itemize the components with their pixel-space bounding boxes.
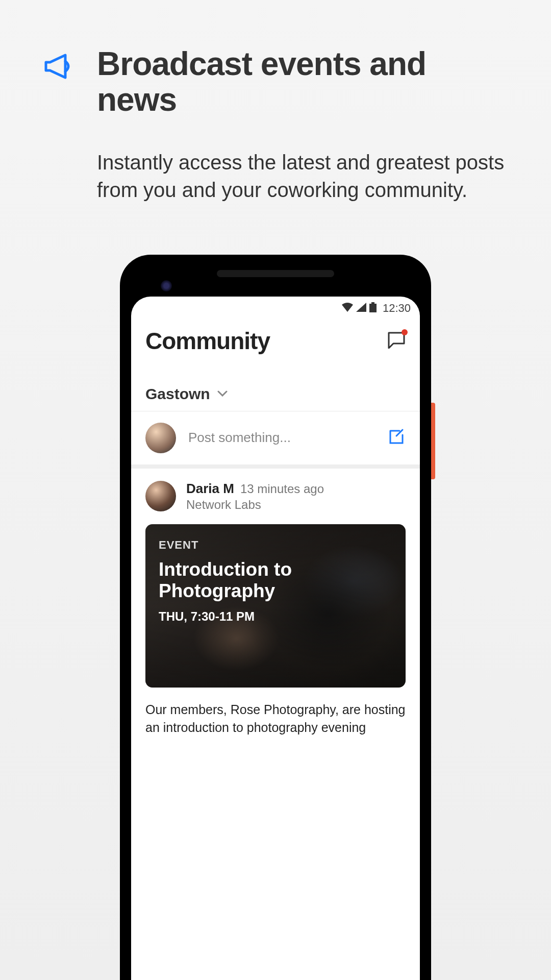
location-selector[interactable]: Gastown bbox=[131, 360, 420, 411]
phone-side-button bbox=[431, 403, 435, 479]
phone-screen: 12:30 Community Gastown Post something..… bbox=[131, 297, 420, 980]
screen-header: Community bbox=[131, 318, 420, 360]
post: Daria M 13 minutes ago Network Labs EVEN… bbox=[131, 469, 420, 737]
post-body: Our members, Rose Photography, are hosti… bbox=[145, 701, 406, 737]
status-time: 12:30 bbox=[383, 302, 411, 315]
signal-icon bbox=[356, 303, 366, 314]
phone-camera bbox=[161, 280, 172, 291]
post-time: 13 minutes ago bbox=[240, 482, 324, 496]
post-header: Daria M 13 minutes ago Network Labs bbox=[145, 481, 406, 512]
notification-dot bbox=[402, 329, 408, 335]
compose-placeholder: Post something... bbox=[188, 430, 375, 446]
phone-frame: 12:30 Community Gastown Post something..… bbox=[120, 255, 431, 980]
compose-icon[interactable] bbox=[387, 428, 406, 448]
event-badge: EVENT bbox=[159, 538, 392, 552]
location-name: Gastown bbox=[145, 385, 210, 403]
post-author[interactable]: Daria M bbox=[186, 481, 234, 497]
chevron-down-icon bbox=[217, 389, 228, 399]
phone-speaker bbox=[217, 270, 334, 277]
status-bar: 12:30 bbox=[131, 297, 420, 318]
battery-icon bbox=[369, 302, 377, 314]
post-author-avatar[interactable] bbox=[145, 481, 176, 511]
svg-rect-0 bbox=[371, 302, 374, 304]
hero-section: Broadcast events and news Instantly acce… bbox=[0, 0, 551, 234]
event-card[interactable]: EVENT Introduction to Photography THU, 7… bbox=[145, 524, 406, 688]
page-title: Community bbox=[145, 327, 270, 355]
messages-button[interactable] bbox=[387, 331, 406, 351]
compose-row[interactable]: Post something... bbox=[131, 411, 420, 469]
event-title: Introduction to Photography bbox=[159, 559, 392, 602]
hero-subtitle: Instantly access the latest and greatest… bbox=[97, 149, 510, 204]
svg-rect-1 bbox=[369, 304, 377, 312]
event-time: THU, 7:30-11 PM bbox=[159, 609, 392, 624]
megaphone-icon bbox=[41, 51, 77, 204]
hero-title: Broadcast events and news bbox=[97, 46, 510, 118]
user-avatar bbox=[145, 423, 176, 453]
hero-text: Broadcast events and news Instantly acce… bbox=[97, 46, 510, 204]
post-org: Network Labs bbox=[186, 498, 324, 512]
wifi-icon bbox=[342, 303, 353, 314]
